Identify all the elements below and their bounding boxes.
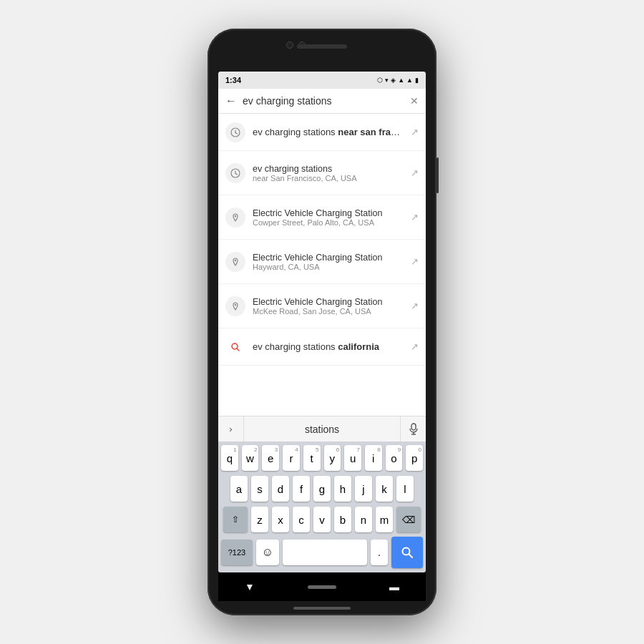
speaker [297, 44, 347, 49]
search-button-icon [401, 546, 414, 559]
suggestion-text-5: Electric Vehicle Charging Station McKee … [253, 297, 404, 316]
symbols-key[interactable]: ?123 [221, 540, 253, 565]
suggestion-item-6[interactable]: ev charging stations california ↗ [218, 328, 426, 366]
key-y[interactable]: 6y [324, 445, 341, 471]
keyboard-bottom-row: ?123 ☺ . [218, 534, 426, 572]
recents-nav-button[interactable]: ▬ [389, 581, 399, 592]
svg-point-8 [235, 303, 236, 305]
key-w[interactable]: 2w [242, 445, 259, 471]
suggestion-item-5[interactable]: Electric Vehicle Charging Station McKee … [218, 284, 426, 328]
suggestion-text-3: Electric Vehicle Charging Station Cowper… [253, 208, 404, 227]
signal-icon: ▲ [398, 77, 404, 84]
suggestion-arrow-1: ↗ [411, 127, 419, 137]
search-input[interactable]: ev charging stations [243, 95, 404, 107]
key-x[interactable]: x [272, 507, 289, 532]
svg-line-2 [235, 132, 238, 134]
key-q[interactable]: 1q [221, 445, 238, 471]
history-icon-1 [225, 122, 245, 142]
suggestion-item-2[interactable]: ev charging stations near San Francisco,… [218, 151, 426, 195]
phone-top-bar [208, 29, 436, 72]
home-bar-pill [293, 607, 351, 610]
suggestion-arrow-5: ↗ [411, 301, 419, 311]
backspace-key[interactable]: ⌫ [396, 507, 421, 532]
suggestion-sub-3: Cowper Street, Palo Alto, CA, USA [253, 218, 404, 227]
suggestion-sub-2: near San Francisco, CA, USA [253, 174, 404, 182]
suggestion-main-4: Electric Vehicle Charging Station [253, 253, 404, 263]
key-v[interactable]: v [313, 507, 331, 532]
suggestion-text-4: Electric Vehicle Charging Station Haywar… [253, 253, 404, 271]
search-red-icon-6 [225, 337, 245, 357]
suggestion-arrow-4: ↗ [411, 256, 419, 267]
key-b[interactable]: b [334, 507, 351, 532]
expand-suggestions-button[interactable]: › [218, 416, 244, 442]
key-z[interactable]: z [251, 507, 268, 532]
suggestion-text-1: ev charging stations near san franc... [253, 127, 404, 137]
location-pin-icon-4 [230, 257, 240, 267]
suggestion-main-1: ev charging stations near san franc... [253, 127, 404, 137]
emoji-key[interactable]: ☺ [256, 540, 279, 565]
key-o[interactable]: 9o [386, 445, 403, 471]
bottom-nav: ▼ ▬ [218, 572, 426, 601]
pin-icon-4 [225, 252, 245, 272]
status-time: 1:34 [225, 76, 241, 84]
key-s[interactable]: s [251, 476, 268, 502]
back-nav-button[interactable]: ▼ [245, 581, 255, 592]
key-g[interactable]: g [313, 476, 331, 502]
svg-line-10 [237, 348, 239, 351]
suggestion-item-1[interactable]: ev charging stations near san franc... ↗ [218, 114, 426, 151]
keyboard-row-1: 1q 2w 3e 4r 5t 6y 7u 8i 9o 0p [218, 441, 426, 472]
pin-icon-3 [225, 208, 245, 228]
key-e[interactable]: 3e [262, 445, 279, 471]
key-p[interactable]: 0p [406, 445, 423, 471]
wifi-icon: ▾ [385, 77, 389, 84]
suggestion-arrow-6: ↗ [411, 341, 419, 352]
suggestion-arrow-3: ↗ [411, 212, 419, 223]
key-i[interactable]: 8i [365, 445, 382, 471]
clear-button[interactable]: ✕ [410, 95, 419, 107]
status-icons: ⬡ ▾ ◈ ▲ ▲ ▮ [377, 77, 419, 84]
suggested-word[interactable]: stations [244, 424, 400, 435]
svg-point-6 [235, 215, 236, 216]
back-button[interactable]: ← [225, 94, 237, 107]
suggestion-sub-4: Hayward, CA, USA [253, 263, 404, 271]
search-key[interactable] [391, 537, 423, 568]
suggestion-main-3: Electric Vehicle Charging Station [253, 208, 404, 218]
shift-key[interactable]: ⇧ [223, 507, 248, 532]
key-f[interactable]: f [293, 476, 310, 502]
signal2-icon: ▲ [406, 77, 413, 84]
clock-icon-1 [230, 127, 240, 137]
location-icon: ◈ [391, 77, 396, 84]
red-search-icon [230, 342, 240, 352]
svg-line-5 [235, 173, 238, 175]
mic-button[interactable] [400, 416, 426, 442]
home-nav-button[interactable] [308, 585, 336, 589]
location-pin-icon-5 [230, 301, 240, 311]
suggestion-item-3[interactable]: Electric Vehicle Charging Station Cowper… [218, 195, 426, 240]
key-r[interactable]: 4r [283, 445, 300, 471]
power-button [436, 157, 439, 193]
period-key[interactable]: . [371, 540, 388, 565]
key-a[interactable]: a [230, 476, 248, 502]
key-j[interactable]: j [355, 476, 372, 502]
key-l[interactable]: l [396, 476, 414, 502]
phone-screen: 1:34 ⬡ ▾ ◈ ▲ ▲ ▮ ← ev charging stations … [218, 72, 426, 572]
key-u[interactable]: 7u [344, 445, 361, 471]
key-n[interactable]: n [355, 507, 372, 532]
battery-icon: ▮ [415, 77, 419, 84]
nav-icon: ⬡ [377, 77, 383, 84]
key-d[interactable]: d [272, 476, 289, 502]
key-c[interactable]: c [293, 507, 310, 532]
key-h[interactable]: h [334, 476, 351, 502]
key-k[interactable]: k [376, 476, 393, 502]
svg-rect-11 [411, 424, 416, 430]
search-bar: ← ev charging stations ✕ [218, 89, 426, 114]
camera-dot [286, 42, 293, 49]
clock-icon-2 [230, 168, 240, 178]
svg-line-15 [409, 555, 413, 558]
key-m[interactable]: m [376, 507, 393, 532]
suggestion-item-4[interactable]: Electric Vehicle Charging Station Haywar… [218, 240, 426, 284]
space-key[interactable] [283, 540, 367, 565]
suggestion-main-5: Electric Vehicle Charging Station [253, 297, 404, 307]
home-bar-area [208, 601, 436, 613]
key-t[interactable]: 5t [303, 445, 321, 471]
